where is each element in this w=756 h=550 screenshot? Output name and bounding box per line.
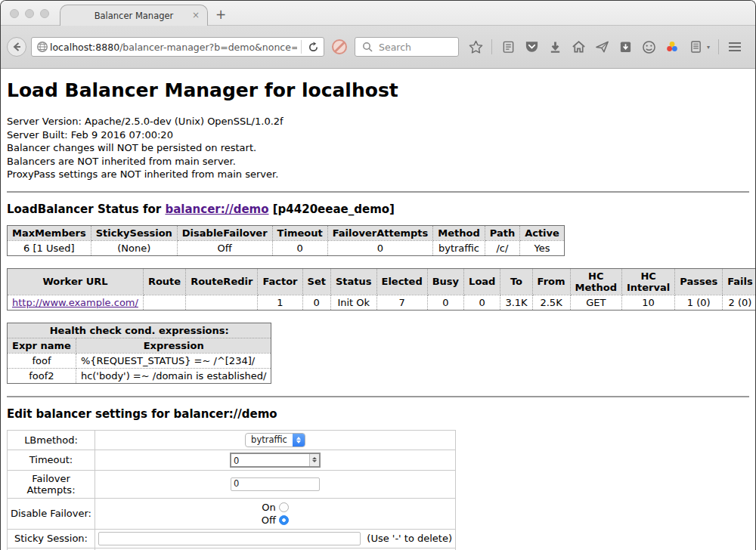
expr-row: foof %{REQUEST_STATUS} =~ /^[234]/	[8, 353, 271, 368]
col-header: RouteRedir	[186, 268, 258, 295]
globe-icon	[35, 39, 50, 54]
close-window-button[interactable]	[10, 9, 19, 18]
failover-attempts-label: Failover Attempts:	[8, 470, 95, 498]
failover-attempts-input[interactable]: 0	[231, 477, 320, 491]
timeout-label: Timeout:	[8, 450, 95, 470]
balancer-status-heading: LoadBalancer Status for balancer://demo …	[7, 202, 749, 216]
feedback-smiley-icon[interactable]	[641, 39, 656, 54]
zoom-window-button[interactable]	[40, 9, 49, 18]
expr-row: foof2 hc('body') =~ /domain is establish…	[8, 368, 271, 383]
col-header: Worker URL	[8, 268, 144, 295]
info-line: ProxyPass settings are NOT inherited fro…	[7, 168, 749, 181]
cell-status: Init Ok	[330, 295, 376, 310]
cell-stickysession: (None)	[91, 240, 177, 255]
col-header: HC Interval	[621, 268, 674, 295]
url-bar[interactable]: localhost:8880/balancer-manager?b=demo&n…	[31, 37, 324, 57]
cell-set: 0	[302, 295, 330, 310]
col-header: From	[532, 268, 570, 295]
sticky-session-input[interactable]	[98, 532, 361, 545]
cell-fails: 2 (0)	[723, 295, 755, 310]
downloads-icon[interactable]	[547, 39, 562, 54]
cell-expr-name: foof2	[8, 368, 76, 383]
col-header: Expression	[76, 338, 271, 353]
server-info: Server Version: Apache/2.5.0-dev (Unix) …	[7, 115, 749, 181]
form-row-disable-failover: Disable Failover: On Off	[8, 498, 456, 529]
cell-from: 2.5K	[532, 295, 570, 310]
back-button[interactable]	[7, 37, 26, 57]
col-header: Passes	[675, 268, 723, 295]
browser-tab[interactable]: Balancer Manager ×	[60, 5, 208, 26]
bookmark-star-icon[interactable]	[468, 39, 483, 54]
col-header: Expr name	[8, 338, 76, 353]
cell-path: /c/	[485, 240, 519, 255]
balancer-demo-link[interactable]: balancer://demo	[165, 202, 268, 216]
divider	[7, 191, 749, 193]
search-bar[interactable]: Search	[355, 37, 459, 57]
sticky-session-hint: (Use '-' to delete)	[367, 533, 452, 544]
sticky-session-label: Sticky Session:	[8, 529, 95, 548]
window-controls	[10, 9, 49, 18]
worker-url-link[interactable]: http://www.example.com/	[12, 297, 138, 308]
home-icon[interactable]	[571, 39, 586, 54]
minimize-window-button[interactable]	[25, 9, 34, 18]
url-text: localhost:8880/balancer-manager?b=demo&n…	[50, 42, 297, 53]
back-arrow-icon	[11, 42, 22, 52]
plugin-blocked-icon[interactable]	[332, 39, 347, 54]
extension-colordots-icon[interactable]	[665, 39, 680, 54]
health-check-table: Health check cond. expressions: Expr nam…	[7, 323, 271, 384]
disable-failover-label: Disable Failover:	[8, 498, 95, 529]
send-tab-icon[interactable]	[594, 39, 609, 54]
col-header: Busy	[427, 268, 463, 295]
tab-close-icon[interactable]: ×	[192, 10, 200, 20]
cell-expression: hc('body') =~ /domain is established/	[76, 368, 271, 383]
form-row-failover-attempts: Failover Attempts: 0	[8, 470, 456, 498]
col-header: Route	[143, 268, 185, 295]
cell-elected: 7	[376, 295, 427, 310]
radio-on-label: On	[262, 502, 275, 513]
timeout-input[interactable]: 0	[230, 453, 321, 468]
pocket-icon[interactable]	[524, 39, 539, 54]
col-header: To	[500, 268, 532, 295]
balancer-status-table: MaxMembers StickySession DisableFailover…	[7, 225, 565, 256]
form-row-sticky-session: Sticky Session: (Use '-' to delete)	[8, 529, 456, 548]
cell-to: 3.1K	[500, 295, 532, 310]
table-row: 6 [1 Used] (None) Off 0 0 bytraffic /c/ …	[8, 240, 565, 255]
save-to-device-icon[interactable]	[618, 39, 633, 54]
heading-text: [p4420eeae_demo]	[269, 202, 395, 216]
toolbar-divider	[491, 39, 492, 54]
radio-off[interactable]	[279, 515, 289, 525]
chevron-down-icon[interactable]: ▾	[707, 44, 710, 51]
cell-passes: 1 (0)	[675, 295, 723, 310]
server-built: Server Built: Feb 9 2016 07:00:20	[7, 128, 749, 142]
cell-active: Yes	[520, 240, 565, 255]
sidebar-panel-icon[interactable]	[688, 39, 703, 54]
col-header: Load	[464, 268, 500, 295]
cell-method: bytraffic	[433, 240, 485, 255]
select-stepper-icon	[293, 433, 305, 447]
radio-on[interactable]	[279, 502, 289, 512]
timeout-value: 0	[231, 454, 309, 466]
lbmethod-select[interactable]: bytraffic	[245, 433, 305, 447]
reading-list-icon[interactable]	[500, 39, 516, 54]
search-placeholder: Search	[379, 42, 411, 53]
server-version: Server Version: Apache/2.5.0-dev (Unix) …	[7, 115, 749, 128]
col-header: Path	[485, 225, 519, 240]
table-header-row: Expr name Expression	[8, 338, 271, 353]
cell-busy: 0	[427, 295, 463, 310]
heading-text: LoadBalancer Status for	[7, 202, 165, 216]
new-tab-button[interactable]: +	[215, 7, 226, 22]
reload-icon[interactable]	[305, 39, 321, 54]
menu-hamburger-icon[interactable]	[727, 39, 742, 54]
table-title-row: Health check cond. expressions:	[8, 323, 271, 338]
urlbar-divider	[301, 40, 302, 54]
info-line: Balancers are NOT inherited from main se…	[7, 155, 749, 168]
lbmethod-selected-value: bytraffic	[246, 434, 293, 445]
number-spinner-icon[interactable]	[309, 454, 319, 466]
lbmethod-label: LBmethod:	[8, 430, 95, 450]
cell-route	[143, 295, 185, 310]
page-title: Load Balancer Manager for localhost	[7, 79, 749, 101]
tab-title: Balancer Manager	[94, 11, 174, 21]
worker-table: Worker URL Route RouteRedir Factor Set S…	[7, 268, 755, 311]
health-table-title: Health check cond. expressions:	[8, 323, 271, 338]
cell-load: 0	[464, 295, 500, 310]
